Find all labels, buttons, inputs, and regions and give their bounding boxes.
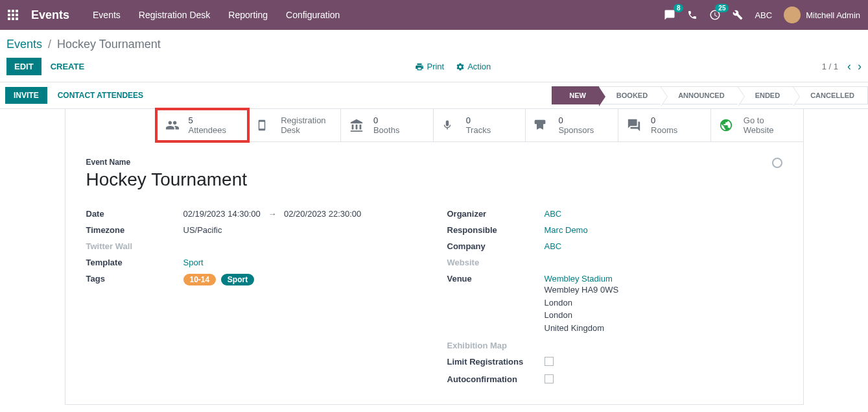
- stage-pipeline: NEW BOOKED ANNOUNCED ENDED CANCELLED: [552, 86, 868, 104]
- stage-cancelled[interactable]: CANCELLED: [793, 86, 868, 104]
- field-exhibition-map: [545, 341, 782, 350]
- messages-badge: 8: [674, 4, 684, 12]
- venue-name[interactable]: Wembley Stadium: [545, 274, 613, 284]
- contact-attendees-button[interactable]: CONTACT ATTENDEES: [58, 91, 143, 100]
- nav-menu-events[interactable]: Events: [93, 10, 121, 20]
- activities-badge: 25: [715, 4, 729, 12]
- activities-icon[interactable]: 25: [709, 9, 721, 21]
- stat-buttons: 5 Attendees Registration Desk 0 Booths: [156, 109, 803, 142]
- event-name-label: Event Name: [86, 158, 782, 167]
- label-twitter-wall: Twitter Wall: [86, 241, 183, 251]
- field-responsible[interactable]: Marc Demo: [545, 225, 782, 235]
- print-icon: [415, 62, 424, 71]
- nav-menu-configuration[interactable]: Configuration: [286, 10, 340, 20]
- print-button[interactable]: Print: [415, 62, 444, 71]
- chat-icon: [626, 118, 643, 132]
- globe-icon: [719, 118, 736, 132]
- breadcrumb: Events / Hockey Tournament: [6, 38, 161, 51]
- breadcrumb-current: Hockey Tournament: [57, 38, 161, 51]
- gear-icon: [456, 62, 465, 71]
- invite-button[interactable]: INVITE: [5, 87, 47, 104]
- stat-booths[interactable]: 0 Booths: [341, 109, 434, 141]
- breadcrumb-sep: /: [48, 38, 51, 51]
- field-organizer[interactable]: ABC: [545, 209, 782, 219]
- label-website: Website: [447, 258, 545, 267]
- field-company[interactable]: ABC: [545, 241, 782, 251]
- messages-icon[interactable]: 8: [664, 9, 675, 21]
- event-title: Hockey Tournament: [86, 169, 782, 190]
- field-tags: 10-14 Sport: [183, 274, 421, 285]
- label-tags: Tags: [86, 274, 183, 285]
- stat-website[interactable]: Go to Website: [711, 109, 803, 141]
- field-autoconfirmation: [545, 374, 782, 385]
- tag-item[interactable]: Sport: [221, 274, 254, 285]
- control-panel: EDIT CREATE Print Action 1 / 1 ‹ ›: [0, 54, 868, 82]
- stage-new[interactable]: NEW: [552, 86, 600, 104]
- edit-button[interactable]: EDIT: [6, 58, 41, 75]
- user-menu[interactable]: Mitchell Admin: [784, 6, 860, 23]
- label-venue: Venue: [447, 274, 545, 334]
- create-button[interactable]: CREATE: [51, 62, 84, 71]
- stage-booked[interactable]: BOOKED: [599, 86, 661, 104]
- arrow-right-icon: →: [268, 209, 276, 219]
- debug-icon[interactable]: [733, 10, 743, 20]
- form-col-right: Organizer ABC Responsible Marc Demo Comp…: [447, 206, 782, 389]
- form-content: Event Name Hockey Tournament Date 02/19/…: [65, 142, 803, 404]
- field-venue: Wembley Stadium Wembley HA9 0WS London L…: [545, 274, 782, 334]
- field-website: [545, 258, 782, 267]
- phone-icon[interactable]: [687, 10, 698, 20]
- checkbox-limit[interactable]: [545, 357, 554, 366]
- stat-attendees-label: Attendees: [189, 125, 227, 135]
- breadcrumb-root[interactable]: Events: [6, 38, 42, 51]
- field-timezone: US/Pacific: [183, 225, 421, 235]
- stat-rooms[interactable]: 0 Rooms: [618, 109, 711, 141]
- mobile-icon: [256, 118, 273, 132]
- field-twitter-wall: [183, 241, 421, 251]
- stage-ended[interactable]: ENDED: [738, 86, 794, 104]
- label-timezone: Timezone: [86, 225, 183, 235]
- label-organizer: Organizer: [447, 209, 545, 219]
- status-bar: INVITE CONTACT ATTENDEES NEW BOOKED ANNO…: [0, 82, 868, 109]
- form-col-left: Date 02/19/2023 14:30:00 → 02/20/2023 22…: [86, 206, 421, 389]
- apps-icon[interactable]: [8, 10, 18, 20]
- stat-attendees[interactable]: 5 Attendees: [156, 109, 249, 141]
- nav-menu-registration-desk[interactable]: Registration Desk: [139, 10, 211, 20]
- stat-sponsors[interactable]: 0 Sponsors: [526, 109, 618, 141]
- field-template[interactable]: Sport: [183, 258, 421, 267]
- app-brand[interactable]: Events: [31, 8, 69, 22]
- users-icon: [164, 118, 181, 132]
- nav-menu-reporting[interactable]: Reporting: [228, 10, 268, 20]
- microphone-icon: [441, 118, 458, 132]
- company-selector[interactable]: ABC: [755, 10, 772, 20]
- action-button[interactable]: Action: [456, 62, 491, 71]
- stat-tracks[interactable]: 0 Tracks: [434, 109, 526, 141]
- top-navbar: Events Events Registration Desk Reportin…: [0, 0, 868, 30]
- label-company: Company: [447, 241, 545, 251]
- stat-attendees-count: 5: [189, 115, 227, 125]
- user-name: Mitchell Admin: [806, 10, 860, 20]
- pager-text[interactable]: 1 / 1: [822, 62, 838, 71]
- badge-icon: [534, 118, 550, 132]
- stat-registration-desk[interactable]: Registration Desk: [248, 109, 341, 141]
- form-sheet: 5 Attendees Registration Desk 0 Booths: [65, 109, 804, 405]
- checkbox-autoconfirm[interactable]: [545, 374, 554, 383]
- label-responsible: Responsible: [447, 225, 545, 235]
- label-date: Date: [86, 209, 183, 219]
- pager-next[interactable]: ›: [858, 60, 862, 73]
- nav-menu: Events Registration Desk Reporting Confi…: [93, 10, 340, 20]
- building-icon: [349, 118, 366, 132]
- label-exhibition-map: Exhibition Map: [447, 341, 545, 350]
- field-date: 02/19/2023 14:30:00 → 02/20/2023 22:30:0…: [183, 209, 421, 219]
- pager-prev[interactable]: ‹: [847, 60, 851, 73]
- label-autoconfirmation: Autoconfirmation: [447, 374, 545, 385]
- avatar: [784, 6, 801, 23]
- label-template: Template: [86, 258, 183, 267]
- stage-announced[interactable]: ANNOUNCED: [661, 86, 738, 104]
- field-limit-registrations: [545, 357, 782, 368]
- kanban-state-dot[interactable]: [772, 158, 782, 168]
- label-limit-registrations: Limit Registrations: [447, 357, 545, 368]
- tag-item[interactable]: 10-14: [183, 274, 217, 285]
- breadcrumb-bar: Events / Hockey Tournament: [0, 30, 868, 54]
